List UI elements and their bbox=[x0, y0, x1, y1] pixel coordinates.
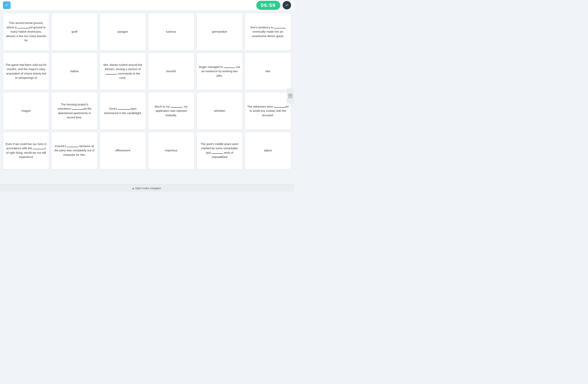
card-5-text: gormandize bbox=[212, 30, 227, 34]
card-17[interactable]: refurbish bbox=[196, 92, 243, 130]
card-4[interactable]: lustrous bbox=[148, 13, 194, 51]
card-24-text: adjure bbox=[264, 148, 272, 153]
card-grid-container: This ancient burial ground, which is ed … bbox=[0, 11, 294, 184]
card-22-text: imperious bbox=[165, 148, 177, 153]
timer-display: 06:59 bbox=[256, 1, 280, 10]
card-9[interactable]: Mrs. Banks rushed around the kitchen, is… bbox=[100, 53, 146, 90]
card-4-text: lustrous bbox=[166, 30, 176, 34]
logo-icon bbox=[5, 3, 9, 7]
card-1-text: This ancient burial ground, which is ed … bbox=[5, 21, 47, 43]
card-21-text: efflorescent bbox=[115, 148, 130, 153]
card-12-text: eke bbox=[266, 69, 270, 74]
card-grid: This ancient burial ground, which is ed … bbox=[3, 13, 291, 169]
card-23[interactable]: The poet's middle years were marked by s… bbox=[196, 132, 243, 169]
card-10[interactable]: boorish bbox=[148, 53, 194, 90]
bottom-bar[interactable]: ▲ Open notes navigator bbox=[0, 184, 294, 192]
card-20-text: Everett's behavior at the party was comp… bbox=[54, 144, 95, 157]
notes-side-button[interactable] bbox=[287, 88, 294, 104]
card-14[interactable]: The housing project's volunteers ed the … bbox=[51, 92, 98, 130]
logo-button[interactable] bbox=[3, 1, 11, 9]
card-11-text: Roger managed to out an existence by wor… bbox=[199, 65, 240, 78]
card-14-text: The housing project's volunteers ed the … bbox=[54, 102, 95, 120]
card-7-text: The game had been sold out for months, a… bbox=[5, 63, 47, 80]
card-16[interactable]: Much to my , my application was rejected… bbox=[148, 92, 194, 130]
top-bar: 06:59 bbox=[0, 0, 294, 11]
card-13[interactable]: chagrin bbox=[3, 92, 49, 130]
card-6[interactable]: Tom's tendency to eventually made him an… bbox=[245, 13, 291, 51]
card-5[interactable]: gormandize bbox=[196, 13, 243, 51]
card-2-text: graft bbox=[71, 30, 77, 34]
card-24[interactable]: adjure bbox=[245, 132, 291, 169]
card-18[interactable]: The witnesses were ed to avoid any conta… bbox=[245, 92, 291, 130]
card-18-text: The witnesses were ed to avoid any conta… bbox=[247, 104, 289, 117]
card-6-text: Tom's tendency to eventually made him an… bbox=[247, 25, 289, 38]
bottom-bar-text: ▲ Open notes navigator bbox=[132, 187, 161, 190]
card-3[interactable]: paragon bbox=[100, 13, 146, 51]
card-3-text: paragon bbox=[118, 30, 128, 34]
card-15-text: Gina's eyes shimmered in the candlelight… bbox=[102, 107, 144, 115]
check-button[interactable] bbox=[283, 1, 291, 9]
notes-icon bbox=[289, 94, 292, 98]
card-22[interactable]: imperious bbox=[148, 132, 194, 169]
card-9-text: Mrs. Banks rushed around the kitchen, is… bbox=[102, 63, 144, 80]
card-12[interactable]: eke bbox=[245, 53, 291, 90]
card-8[interactable]: hallow bbox=[51, 53, 98, 90]
card-2[interactable]: graft bbox=[51, 13, 98, 51]
card-15[interactable]: Gina's eyes shimmered in the candlelight… bbox=[100, 92, 146, 130]
timer-container: 06:59 bbox=[256, 1, 291, 10]
card-23-text: The poet's middle years were marked by s… bbox=[199, 142, 240, 159]
card-19-text: Even if we could live our lives in accor… bbox=[5, 142, 47, 159]
card-16-text: Much to my , my application was rejected… bbox=[150, 104, 192, 117]
card-13-text: chagrin bbox=[21, 109, 31, 113]
card-1[interactable]: This ancient burial ground, which is ed … bbox=[3, 13, 49, 51]
card-10-text: boorish bbox=[167, 69, 176, 74]
card-7[interactable]: The game had been sold out for months, a… bbox=[3, 53, 49, 90]
card-8-text: hallow bbox=[70, 69, 79, 74]
card-19[interactable]: Even if we could live our lives in accor… bbox=[3, 132, 49, 169]
check-icon bbox=[285, 3, 289, 7]
card-21[interactable]: efflorescent bbox=[100, 132, 146, 169]
svg-rect-0 bbox=[289, 94, 292, 98]
card-11[interactable]: Roger managed to out an existence by wor… bbox=[196, 53, 243, 90]
card-17-text: refurbish bbox=[214, 109, 225, 113]
card-20[interactable]: Everett's behavior at the party was comp… bbox=[51, 132, 98, 169]
